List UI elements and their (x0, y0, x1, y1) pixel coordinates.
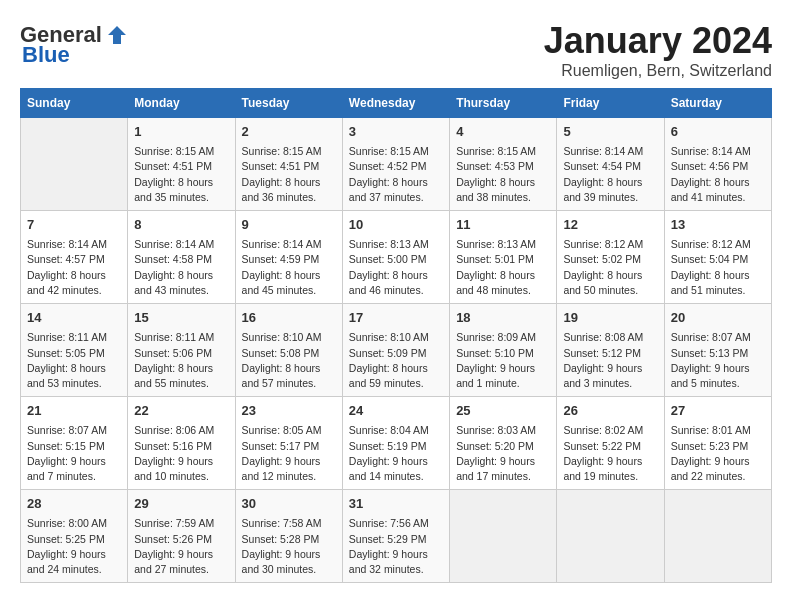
calendar-cell: 24Sunrise: 8:04 AMSunset: 5:19 PMDayligh… (342, 397, 449, 490)
day-number: 7 (27, 216, 121, 234)
cell-content: Sunrise: 8:12 AMSunset: 5:02 PMDaylight:… (563, 237, 657, 298)
cell-content: Sunrise: 8:10 AMSunset: 5:09 PMDaylight:… (349, 330, 443, 391)
day-number: 19 (563, 309, 657, 327)
page-title: January 2024 (544, 20, 772, 62)
week-row-1: 1Sunrise: 8:15 AMSunset: 4:51 PMDaylight… (21, 118, 772, 211)
cell-content: Sunrise: 8:15 AMSunset: 4:51 PMDaylight:… (242, 144, 336, 205)
calendar-cell (664, 490, 771, 583)
page-header: General Blue January 2024 Ruemligen, Ber… (20, 20, 772, 80)
day-number: 22 (134, 402, 228, 420)
day-number: 3 (349, 123, 443, 141)
day-header-monday: Monday (128, 89, 235, 118)
calendar-cell: 19Sunrise: 8:08 AMSunset: 5:12 PMDayligh… (557, 304, 664, 397)
cell-content: Sunrise: 8:15 AMSunset: 4:51 PMDaylight:… (134, 144, 228, 205)
day-number: 9 (242, 216, 336, 234)
calendar-cell: 7Sunrise: 8:14 AMSunset: 4:57 PMDaylight… (21, 211, 128, 304)
page-subtitle: Ruemligen, Bern, Switzerland (544, 62, 772, 80)
calendar-cell: 23Sunrise: 8:05 AMSunset: 5:17 PMDayligh… (235, 397, 342, 490)
calendar-cell: 28Sunrise: 8:00 AMSunset: 5:25 PMDayligh… (21, 490, 128, 583)
calendar-cell: 11Sunrise: 8:13 AMSunset: 5:01 PMDayligh… (450, 211, 557, 304)
day-number: 24 (349, 402, 443, 420)
cell-content: Sunrise: 8:12 AMSunset: 5:04 PMDaylight:… (671, 237, 765, 298)
calendar-cell: 10Sunrise: 8:13 AMSunset: 5:00 PMDayligh… (342, 211, 449, 304)
calendar-cell: 9Sunrise: 8:14 AMSunset: 4:59 PMDaylight… (235, 211, 342, 304)
calendar-cell: 8Sunrise: 8:14 AMSunset: 4:58 PMDaylight… (128, 211, 235, 304)
calendar-cell: 21Sunrise: 8:07 AMSunset: 5:15 PMDayligh… (21, 397, 128, 490)
week-row-2: 7Sunrise: 8:14 AMSunset: 4:57 PMDaylight… (21, 211, 772, 304)
day-number: 26 (563, 402, 657, 420)
day-number: 20 (671, 309, 765, 327)
day-header-wednesday: Wednesday (342, 89, 449, 118)
day-number: 1 (134, 123, 228, 141)
day-number: 25 (456, 402, 550, 420)
calendar-cell: 31Sunrise: 7:56 AMSunset: 5:29 PMDayligh… (342, 490, 449, 583)
calendar-cell: 3Sunrise: 8:15 AMSunset: 4:52 PMDaylight… (342, 118, 449, 211)
calendar-table: SundayMondayTuesdayWednesdayThursdayFrid… (20, 88, 772, 583)
cell-content: Sunrise: 8:13 AMSunset: 5:01 PMDaylight:… (456, 237, 550, 298)
day-number: 10 (349, 216, 443, 234)
calendar-cell: 4Sunrise: 8:15 AMSunset: 4:53 PMDaylight… (450, 118, 557, 211)
cell-content: Sunrise: 8:14 AMSunset: 4:59 PMDaylight:… (242, 237, 336, 298)
cell-content: Sunrise: 8:14 AMSunset: 4:57 PMDaylight:… (27, 237, 121, 298)
cell-content: Sunrise: 8:07 AMSunset: 5:15 PMDaylight:… (27, 423, 121, 484)
header-row: SundayMondayTuesdayWednesdayThursdayFrid… (21, 89, 772, 118)
calendar-cell: 15Sunrise: 8:11 AMSunset: 5:06 PMDayligh… (128, 304, 235, 397)
week-row-3: 14Sunrise: 8:11 AMSunset: 5:05 PMDayligh… (21, 304, 772, 397)
cell-content: Sunrise: 7:56 AMSunset: 5:29 PMDaylight:… (349, 516, 443, 577)
cell-content: Sunrise: 7:59 AMSunset: 5:26 PMDaylight:… (134, 516, 228, 577)
svg-marker-0 (108, 26, 126, 44)
cell-content: Sunrise: 8:15 AMSunset: 4:53 PMDaylight:… (456, 144, 550, 205)
calendar-cell: 25Sunrise: 8:03 AMSunset: 5:20 PMDayligh… (450, 397, 557, 490)
calendar-cell: 16Sunrise: 8:10 AMSunset: 5:08 PMDayligh… (235, 304, 342, 397)
cell-content: Sunrise: 8:00 AMSunset: 5:25 PMDaylight:… (27, 516, 121, 577)
day-number: 11 (456, 216, 550, 234)
day-number: 14 (27, 309, 121, 327)
calendar-cell (557, 490, 664, 583)
calendar-cell: 14Sunrise: 8:11 AMSunset: 5:05 PMDayligh… (21, 304, 128, 397)
calendar-cell (450, 490, 557, 583)
cell-content: Sunrise: 8:14 AMSunset: 4:58 PMDaylight:… (134, 237, 228, 298)
day-number: 4 (456, 123, 550, 141)
calendar-cell: 5Sunrise: 8:14 AMSunset: 4:54 PMDaylight… (557, 118, 664, 211)
cell-content: Sunrise: 8:14 AMSunset: 4:56 PMDaylight:… (671, 144, 765, 205)
cell-content: Sunrise: 8:08 AMSunset: 5:12 PMDaylight:… (563, 330, 657, 391)
calendar-cell: 6Sunrise: 8:14 AMSunset: 4:56 PMDaylight… (664, 118, 771, 211)
day-number: 12 (563, 216, 657, 234)
calendar-cell: 1Sunrise: 8:15 AMSunset: 4:51 PMDaylight… (128, 118, 235, 211)
logo-icon (106, 24, 128, 46)
day-header-sunday: Sunday (21, 89, 128, 118)
week-row-4: 21Sunrise: 8:07 AMSunset: 5:15 PMDayligh… (21, 397, 772, 490)
cell-content: Sunrise: 8:06 AMSunset: 5:16 PMDaylight:… (134, 423, 228, 484)
cell-content: Sunrise: 8:13 AMSunset: 5:00 PMDaylight:… (349, 237, 443, 298)
cell-content: Sunrise: 8:05 AMSunset: 5:17 PMDaylight:… (242, 423, 336, 484)
calendar-cell: 27Sunrise: 8:01 AMSunset: 5:23 PMDayligh… (664, 397, 771, 490)
calendar-cell: 18Sunrise: 8:09 AMSunset: 5:10 PMDayligh… (450, 304, 557, 397)
cell-content: Sunrise: 8:01 AMSunset: 5:23 PMDaylight:… (671, 423, 765, 484)
day-number: 31 (349, 495, 443, 513)
calendar-cell: 29Sunrise: 7:59 AMSunset: 5:26 PMDayligh… (128, 490, 235, 583)
cell-content: Sunrise: 8:07 AMSunset: 5:13 PMDaylight:… (671, 330, 765, 391)
day-number: 30 (242, 495, 336, 513)
day-number: 16 (242, 309, 336, 327)
calendar-cell: 30Sunrise: 7:58 AMSunset: 5:28 PMDayligh… (235, 490, 342, 583)
day-number: 13 (671, 216, 765, 234)
calendar-cell: 13Sunrise: 8:12 AMSunset: 5:04 PMDayligh… (664, 211, 771, 304)
day-number: 28 (27, 495, 121, 513)
day-number: 2 (242, 123, 336, 141)
cell-content: Sunrise: 8:10 AMSunset: 5:08 PMDaylight:… (242, 330, 336, 391)
day-header-thursday: Thursday (450, 89, 557, 118)
calendar-cell: 20Sunrise: 8:07 AMSunset: 5:13 PMDayligh… (664, 304, 771, 397)
day-number: 15 (134, 309, 228, 327)
day-number: 23 (242, 402, 336, 420)
day-header-friday: Friday (557, 89, 664, 118)
day-number: 8 (134, 216, 228, 234)
day-header-saturday: Saturday (664, 89, 771, 118)
cell-content: Sunrise: 8:03 AMSunset: 5:20 PMDaylight:… (456, 423, 550, 484)
day-number: 5 (563, 123, 657, 141)
calendar-cell (21, 118, 128, 211)
cell-content: Sunrise: 8:02 AMSunset: 5:22 PMDaylight:… (563, 423, 657, 484)
day-number: 18 (456, 309, 550, 327)
calendar-cell: 26Sunrise: 8:02 AMSunset: 5:22 PMDayligh… (557, 397, 664, 490)
logo: General Blue (20, 24, 128, 66)
day-number: 21 (27, 402, 121, 420)
